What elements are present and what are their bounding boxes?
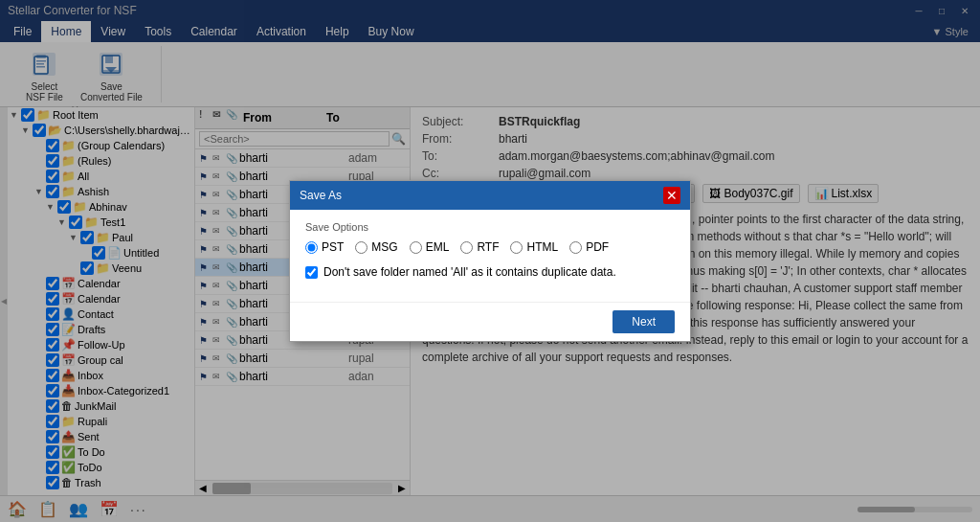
radio-msg[interactable] [355,241,368,254]
modal-footer: Next [290,302,690,341]
save-options-label: Save Options [305,221,675,233]
format-pdf[interactable]: PDF [569,240,609,254]
modal-body: Save Options PST MSG EML RTF [290,210,690,302]
format-eml[interactable]: EML [410,240,450,254]
html-label: HTML [526,240,558,254]
format-html[interactable]: HTML [510,240,558,254]
radio-html[interactable] [510,241,523,254]
radio-rtf[interactable] [460,241,473,254]
dont-save-all-row: Don't save folder named 'All' as it cont… [305,265,675,279]
modal-close-button[interactable]: ✕ [663,187,680,204]
radio-pdf[interactable] [569,241,582,254]
rtf-label: RTF [477,240,499,254]
pst-label: PST [322,240,344,254]
radio-pst[interactable] [305,241,318,254]
dont-save-all-checkbox[interactable] [305,266,318,279]
format-rtf[interactable]: RTF [460,240,499,254]
radio-eml[interactable] [410,241,422,254]
format-radio-group: PST MSG EML RTF HTML [305,240,675,254]
format-msg[interactable]: MSG [355,240,397,254]
pdf-label: PDF [586,240,609,254]
eml-label: EML [426,240,450,254]
modal-title-bar: Save As ✕ [290,181,690,210]
next-button[interactable]: Next [612,310,675,333]
modal-title: Save As [300,189,342,202]
dont-save-all-label: Don't save folder named 'All' as it cont… [323,265,616,279]
format-pst[interactable]: PST [305,240,344,254]
msg-label: MSG [371,240,397,254]
save-as-modal: Save As ✕ Save Options PST MSG EML [289,180,691,342]
modal-overlay[interactable]: Save As ✕ Save Options PST MSG EML [0,0,980,522]
